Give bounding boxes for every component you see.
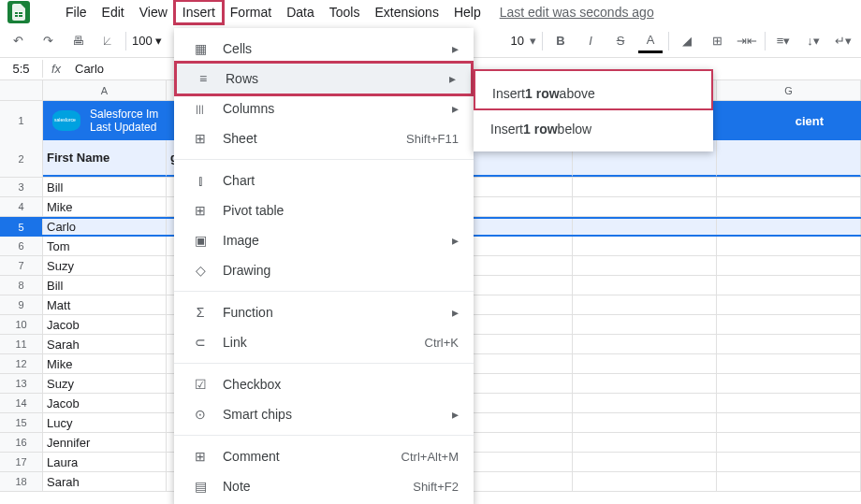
cell-first-name[interactable]: Mike xyxy=(43,197,167,216)
insert-menu-smart-chips[interactable]: ⊙Smart chips▸ xyxy=(174,399,474,429)
cell-first-name[interactable]: Laura xyxy=(43,453,167,471)
name-box[interactable]: 5:5 xyxy=(0,60,43,78)
borders-icon[interactable]: ⊞ xyxy=(705,29,729,53)
insert-menu-columns[interactable]: ⫼Columns▸ xyxy=(174,94,474,123)
col-header-G[interactable]: G xyxy=(717,80,861,100)
cell-first-name[interactable]: Jacob xyxy=(43,315,167,334)
row-header[interactable]: 6 xyxy=(0,237,43,255)
insert-menu-cells[interactable]: ▦Cells▸ xyxy=(174,34,474,64)
cell-first-name[interactable]: Jacob xyxy=(43,394,167,412)
row-header[interactable]: 8 xyxy=(0,276,43,295)
halign-icon[interactable]: ≡▾ xyxy=(771,29,795,53)
paint-format-icon[interactable]: ⟀ xyxy=(95,29,120,53)
menu-extensions[interactable]: Extensions xyxy=(367,1,445,23)
cell-first-name[interactable]: Jennifer xyxy=(43,433,167,452)
insert-menu-pivot-table[interactable]: ⊞Pivot table xyxy=(174,195,474,225)
insert-menu-comment[interactable]: ⊞CommentCtrl+Alt+M xyxy=(174,441,474,471)
strike-icon[interactable]: S xyxy=(608,29,633,53)
wrap-icon[interactable]: ↵▾ xyxy=(831,29,855,53)
cell-first-name[interactable]: Lucy xyxy=(43,413,167,432)
cell-first-name[interactable]: Matt xyxy=(43,295,167,314)
banner-right-text: cient xyxy=(795,114,824,128)
insert-menu-link[interactable]: ⊂LinkCtrl+K xyxy=(174,327,474,357)
cell-first-name[interactable]: Sarah xyxy=(43,472,167,491)
rows-submenu: Insert 1 row above Insert 1 row below xyxy=(474,69,713,151)
merge-icon[interactable]: ⇥⇤ xyxy=(735,29,759,53)
row-header[interactable]: 13 xyxy=(0,374,43,393)
menu-file[interactable]: File xyxy=(58,1,95,23)
formula-input[interactable]: Carlo xyxy=(69,62,104,76)
cell-first-name[interactable]: Tom xyxy=(43,237,167,255)
insert-menu-rows[interactable]: ≡Rows▸ xyxy=(177,64,471,94)
redo-icon[interactable]: ↷ xyxy=(36,29,60,53)
font-size[interactable]: 10 xyxy=(511,34,524,48)
bold-icon[interactable]: B xyxy=(548,29,573,53)
insert-menu-chart[interactable]: ⫿Chart xyxy=(174,166,474,195)
insert-menu-checkbox[interactable]: ☑Checkbox xyxy=(174,369,474,399)
fill-color-icon[interactable]: ◢ xyxy=(675,29,699,53)
menu-bar: FileEditViewInsertFormatDataToolsExtensi… xyxy=(0,0,861,24)
columns-icon: ⫼ xyxy=(189,101,212,116)
insert-menu-image[interactable]: ▣Image▸ xyxy=(174,225,474,255)
print-icon[interactable]: 🖶 xyxy=(66,29,90,53)
drawing-icon: ◇ xyxy=(189,263,212,278)
select-all-corner[interactable] xyxy=(0,80,43,100)
link-icon: ⊂ xyxy=(189,335,212,350)
zoom-select[interactable]: 100 ▾ xyxy=(132,34,162,48)
banner-line2: Last Updated xyxy=(90,121,158,134)
menu-edit[interactable]: Edit xyxy=(95,1,132,23)
salesforce-logo-icon xyxy=(52,110,80,131)
header-first-name[interactable]: First Name xyxy=(43,140,167,177)
last-edit-link[interactable]: Last edit was seconds ago xyxy=(500,5,654,20)
insert-menu-drawing[interactable]: ◇Drawing xyxy=(174,255,474,285)
row-header[interactable]: 18 xyxy=(0,472,43,491)
undo-icon[interactable]: ↶ xyxy=(6,29,30,53)
row-header[interactable]: 3 xyxy=(0,178,43,196)
cell-first-name[interactable]: Bill xyxy=(43,178,167,196)
menu-tools[interactable]: Tools xyxy=(322,1,368,23)
cell-first-name[interactable]: Mike xyxy=(43,354,167,373)
row-header[interactable]: 7 xyxy=(0,256,43,275)
row-header-2[interactable]: 2 xyxy=(0,140,43,177)
cell-first-name[interactable]: Carlo xyxy=(43,219,167,235)
text-color-icon[interactable]: A xyxy=(638,29,663,53)
cell-first-name[interactable]: Suzy xyxy=(43,374,167,393)
image-icon: ▣ xyxy=(189,233,212,248)
row-header[interactable]: 4 xyxy=(0,197,43,216)
row-header[interactable]: 12 xyxy=(0,354,43,373)
valign-icon[interactable]: ↓▾ xyxy=(801,29,825,53)
menu-view[interactable]: View xyxy=(132,1,175,23)
insert-row-above[interactable]: Insert 1 row above xyxy=(475,79,711,108)
row-header[interactable]: 16 xyxy=(0,433,43,452)
row-header[interactable]: 14 xyxy=(0,394,43,412)
row-header-1[interactable]: 1 xyxy=(0,101,43,140)
note-icon: ▤ xyxy=(189,479,212,494)
row-header[interactable]: 15 xyxy=(0,413,43,432)
cells-icon: ▦ xyxy=(189,41,212,56)
menu-insert[interactable]: Insert xyxy=(175,1,223,23)
comment-icon: ⊞ xyxy=(189,449,212,464)
cell-first-name[interactable]: Suzy xyxy=(43,256,167,275)
menu-format[interactable]: Format xyxy=(223,1,279,23)
banner-line1: Salesforce Im xyxy=(90,108,158,121)
row-header[interactable]: 10 xyxy=(0,315,43,334)
insert-row-below[interactable]: Insert 1 row below xyxy=(474,114,713,144)
svg-rect-3 xyxy=(18,11,19,17)
row-header[interactable]: 17 xyxy=(0,453,43,471)
insert-menu-sheet[interactable]: ⊞SheetShift+F11 xyxy=(174,123,474,153)
row-header[interactable]: 5 xyxy=(0,219,43,235)
row-header[interactable]: 9 xyxy=(0,295,43,314)
pivot-table-icon: ⊞ xyxy=(189,203,212,218)
insert-menu-note[interactable]: ▤NoteShift+F2 xyxy=(174,471,474,501)
cell-first-name[interactable]: Bill xyxy=(43,276,167,295)
sheets-logo-icon[interactable] xyxy=(7,1,30,23)
function-icon: Σ xyxy=(189,305,212,320)
row-header[interactable]: 11 xyxy=(0,335,43,353)
col-header-A[interactable]: A xyxy=(43,80,167,100)
cell-first-name[interactable]: Sarah xyxy=(43,335,167,353)
italic-icon[interactable]: I xyxy=(578,29,603,53)
menu-help[interactable]: Help xyxy=(446,1,489,23)
smart-chips-icon: ⊙ xyxy=(189,407,212,422)
menu-data[interactable]: Data xyxy=(279,1,322,23)
insert-menu-function[interactable]: ΣFunction▸ xyxy=(174,297,474,327)
